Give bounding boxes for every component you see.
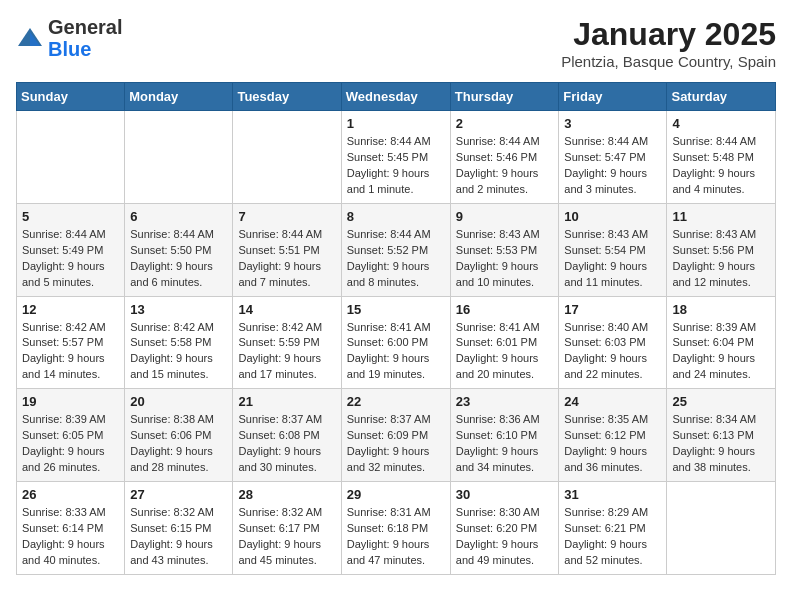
day-info: Sunrise: 8:40 AM Sunset: 6:03 PM Dayligh…	[564, 320, 661, 384]
day-header-monday: Monday	[125, 83, 233, 111]
title-area: January 2025 Plentzia, Basque Country, S…	[561, 16, 776, 70]
calendar-cell: 7Sunrise: 8:44 AM Sunset: 5:51 PM Daylig…	[233, 203, 341, 296]
day-info: Sunrise: 8:44 AM Sunset: 5:52 PM Dayligh…	[347, 227, 445, 291]
day-number: 30	[456, 487, 554, 502]
calendar-cell: 5Sunrise: 8:44 AM Sunset: 5:49 PM Daylig…	[17, 203, 125, 296]
calendar-week-row: 26Sunrise: 8:33 AM Sunset: 6:14 PM Dayli…	[17, 482, 776, 575]
calendar-week-row: 5Sunrise: 8:44 AM Sunset: 5:49 PM Daylig…	[17, 203, 776, 296]
calendar-cell: 4Sunrise: 8:44 AM Sunset: 5:48 PM Daylig…	[667, 111, 776, 204]
day-number: 8	[347, 209, 445, 224]
day-number: 2	[456, 116, 554, 131]
logo-general-text: General	[48, 16, 122, 38]
day-info: Sunrise: 8:37 AM Sunset: 6:08 PM Dayligh…	[238, 412, 335, 476]
day-number: 14	[238, 302, 335, 317]
calendar-cell: 15Sunrise: 8:41 AM Sunset: 6:00 PM Dayli…	[341, 296, 450, 389]
day-number: 4	[672, 116, 770, 131]
day-info: Sunrise: 8:32 AM Sunset: 6:15 PM Dayligh…	[130, 505, 227, 569]
logo-blue-text: Blue	[48, 38, 91, 60]
day-number: 31	[564, 487, 661, 502]
calendar-cell: 12Sunrise: 8:42 AM Sunset: 5:57 PM Dayli…	[17, 296, 125, 389]
day-number: 11	[672, 209, 770, 224]
day-number: 27	[130, 487, 227, 502]
calendar-body: 1Sunrise: 8:44 AM Sunset: 5:45 PM Daylig…	[17, 111, 776, 575]
day-header-wednesday: Wednesday	[341, 83, 450, 111]
calendar-cell: 30Sunrise: 8:30 AM Sunset: 6:20 PM Dayli…	[450, 482, 559, 575]
calendar-week-row: 19Sunrise: 8:39 AM Sunset: 6:05 PM Dayli…	[17, 389, 776, 482]
calendar-cell: 29Sunrise: 8:31 AM Sunset: 6:18 PM Dayli…	[341, 482, 450, 575]
day-number: 29	[347, 487, 445, 502]
calendar-cell: 19Sunrise: 8:39 AM Sunset: 6:05 PM Dayli…	[17, 389, 125, 482]
day-info: Sunrise: 8:44 AM Sunset: 5:49 PM Dayligh…	[22, 227, 119, 291]
day-number: 19	[22, 394, 119, 409]
calendar-cell: 24Sunrise: 8:35 AM Sunset: 6:12 PM Dayli…	[559, 389, 667, 482]
day-number: 17	[564, 302, 661, 317]
day-info: Sunrise: 8:44 AM Sunset: 5:48 PM Dayligh…	[672, 134, 770, 198]
day-info: Sunrise: 8:41 AM Sunset: 6:00 PM Dayligh…	[347, 320, 445, 384]
calendar-cell: 13Sunrise: 8:42 AM Sunset: 5:58 PM Dayli…	[125, 296, 233, 389]
day-info: Sunrise: 8:42 AM Sunset: 5:58 PM Dayligh…	[130, 320, 227, 384]
day-header-sunday: Sunday	[17, 83, 125, 111]
calendar-cell: 16Sunrise: 8:41 AM Sunset: 6:01 PM Dayli…	[450, 296, 559, 389]
day-number: 9	[456, 209, 554, 224]
calendar-cell: 9Sunrise: 8:43 AM Sunset: 5:53 PM Daylig…	[450, 203, 559, 296]
calendar-cell: 20Sunrise: 8:38 AM Sunset: 6:06 PM Dayli…	[125, 389, 233, 482]
logo-icon	[16, 24, 44, 52]
day-number: 22	[347, 394, 445, 409]
day-number: 20	[130, 394, 227, 409]
day-info: Sunrise: 8:44 AM Sunset: 5:50 PM Dayligh…	[130, 227, 227, 291]
month-title: January 2025	[561, 16, 776, 53]
day-info: Sunrise: 8:41 AM Sunset: 6:01 PM Dayligh…	[456, 320, 554, 384]
calendar-header-row: SundayMondayTuesdayWednesdayThursdayFrid…	[17, 83, 776, 111]
location-title: Plentzia, Basque Country, Spain	[561, 53, 776, 70]
day-number: 6	[130, 209, 227, 224]
calendar-cell: 2Sunrise: 8:44 AM Sunset: 5:46 PM Daylig…	[450, 111, 559, 204]
day-info: Sunrise: 8:34 AM Sunset: 6:13 PM Dayligh…	[672, 412, 770, 476]
day-number: 28	[238, 487, 335, 502]
day-info: Sunrise: 8:37 AM Sunset: 6:09 PM Dayligh…	[347, 412, 445, 476]
day-header-friday: Friday	[559, 83, 667, 111]
day-info: Sunrise: 8:44 AM Sunset: 5:45 PM Dayligh…	[347, 134, 445, 198]
day-info: Sunrise: 8:43 AM Sunset: 5:56 PM Dayligh…	[672, 227, 770, 291]
calendar-cell: 25Sunrise: 8:34 AM Sunset: 6:13 PM Dayli…	[667, 389, 776, 482]
calendar-cell	[667, 482, 776, 575]
day-number: 15	[347, 302, 445, 317]
calendar-cell: 18Sunrise: 8:39 AM Sunset: 6:04 PM Dayli…	[667, 296, 776, 389]
day-number: 21	[238, 394, 335, 409]
calendar-cell: 8Sunrise: 8:44 AM Sunset: 5:52 PM Daylig…	[341, 203, 450, 296]
day-number: 24	[564, 394, 661, 409]
day-info: Sunrise: 8:44 AM Sunset: 5:51 PM Dayligh…	[238, 227, 335, 291]
calendar-cell: 14Sunrise: 8:42 AM Sunset: 5:59 PM Dayli…	[233, 296, 341, 389]
day-number: 5	[22, 209, 119, 224]
day-info: Sunrise: 8:30 AM Sunset: 6:20 PM Dayligh…	[456, 505, 554, 569]
day-number: 7	[238, 209, 335, 224]
day-header-saturday: Saturday	[667, 83, 776, 111]
calendar-cell: 22Sunrise: 8:37 AM Sunset: 6:09 PM Dayli…	[341, 389, 450, 482]
calendar-cell: 6Sunrise: 8:44 AM Sunset: 5:50 PM Daylig…	[125, 203, 233, 296]
calendar-cell: 26Sunrise: 8:33 AM Sunset: 6:14 PM Dayli…	[17, 482, 125, 575]
day-info: Sunrise: 8:29 AM Sunset: 6:21 PM Dayligh…	[564, 505, 661, 569]
calendar-week-row: 12Sunrise: 8:42 AM Sunset: 5:57 PM Dayli…	[17, 296, 776, 389]
logo: General Blue	[16, 16, 122, 60]
day-number: 1	[347, 116, 445, 131]
calendar-cell: 17Sunrise: 8:40 AM Sunset: 6:03 PM Dayli…	[559, 296, 667, 389]
day-info: Sunrise: 8:32 AM Sunset: 6:17 PM Dayligh…	[238, 505, 335, 569]
day-header-tuesday: Tuesday	[233, 83, 341, 111]
day-info: Sunrise: 8:39 AM Sunset: 6:04 PM Dayligh…	[672, 320, 770, 384]
calendar-cell: 31Sunrise: 8:29 AM Sunset: 6:21 PM Dayli…	[559, 482, 667, 575]
day-info: Sunrise: 8:36 AM Sunset: 6:10 PM Dayligh…	[456, 412, 554, 476]
calendar-cell: 21Sunrise: 8:37 AM Sunset: 6:08 PM Dayli…	[233, 389, 341, 482]
day-number: 25	[672, 394, 770, 409]
day-number: 16	[456, 302, 554, 317]
calendar-week-row: 1Sunrise: 8:44 AM Sunset: 5:45 PM Daylig…	[17, 111, 776, 204]
day-info: Sunrise: 8:39 AM Sunset: 6:05 PM Dayligh…	[22, 412, 119, 476]
day-number: 10	[564, 209, 661, 224]
calendar-cell: 28Sunrise: 8:32 AM Sunset: 6:17 PM Dayli…	[233, 482, 341, 575]
day-info: Sunrise: 8:44 AM Sunset: 5:46 PM Dayligh…	[456, 134, 554, 198]
day-number: 3	[564, 116, 661, 131]
day-info: Sunrise: 8:33 AM Sunset: 6:14 PM Dayligh…	[22, 505, 119, 569]
day-info: Sunrise: 8:31 AM Sunset: 6:18 PM Dayligh…	[347, 505, 445, 569]
day-info: Sunrise: 8:38 AM Sunset: 6:06 PM Dayligh…	[130, 412, 227, 476]
calendar-cell: 1Sunrise: 8:44 AM Sunset: 5:45 PM Daylig…	[341, 111, 450, 204]
calendar-cell: 3Sunrise: 8:44 AM Sunset: 5:47 PM Daylig…	[559, 111, 667, 204]
day-info: Sunrise: 8:44 AM Sunset: 5:47 PM Dayligh…	[564, 134, 661, 198]
